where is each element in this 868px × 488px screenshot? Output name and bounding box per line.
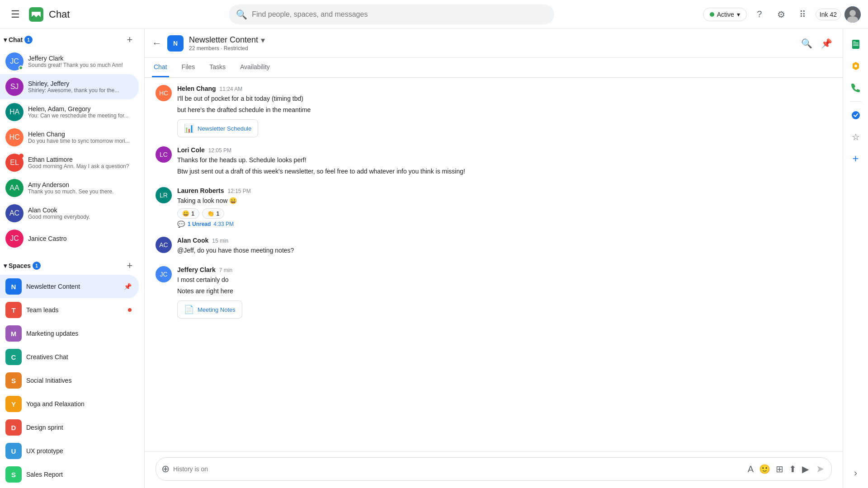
- space-item[interactable]: T Team leads: [0, 298, 139, 322]
- thread-reply[interactable]: 💬 1 Unread 4:33 PM: [177, 221, 832, 228]
- user-account-button[interactable]: Ink 42: [816, 9, 841, 20]
- search-bar[interactable]: 🔍: [229, 5, 554, 24]
- add-file-icon[interactable]: ⊞: [774, 462, 785, 476]
- upload-icon[interactable]: ⬆: [787, 462, 798, 476]
- back-button[interactable]: ←: [152, 38, 162, 49]
- chat-item[interactable]: HA Helen, Adam, Gregory You: Can we resc…: [0, 99, 139, 125]
- chat-name: Jeffery Clark: [28, 55, 132, 62]
- docs-icon: 📄: [184, 305, 194, 314]
- chat-item[interactable]: EL Ethan Lattimore Good morning Ann. May…: [0, 150, 139, 175]
- space-item[interactable]: U UX prototype: [0, 439, 139, 463]
- google-tasks-icon[interactable]: [847, 106, 865, 124]
- format-text-icon[interactable]: A: [746, 462, 755, 476]
- message-text: Btw just sent out a draft of this week's…: [177, 167, 832, 176]
- svg-rect-10: [853, 45, 859, 46]
- sidebar: ▾ Chat 1 + JC Jeffery Clark Sounds great…: [0, 29, 145, 488]
- unread-indicator: [19, 154, 24, 158]
- chat-avatar: JC: [5, 230, 24, 248]
- tab-availability[interactable]: Availability: [238, 58, 272, 77]
- message-content: Alan Cook 15 min @Jeff, do you have thos…: [177, 237, 832, 257]
- google-phone-icon[interactable]: [847, 79, 865, 97]
- message-sender: Helen Chang: [177, 85, 216, 92]
- space-item[interactable]: S Sales Report: [0, 463, 139, 486]
- search-messages-icon[interactable]: 🔍: [797, 34, 816, 52]
- reaction-button[interactable]: 😀1: [177, 208, 199, 219]
- tab-files[interactable]: Files: [180, 58, 197, 77]
- chat-item[interactable]: JC Jeffery Clark Sounds great! Thank you…: [0, 49, 139, 74]
- google-chat-logo: [28, 6, 44, 23]
- chat-section-header[interactable]: ▾ Chat 1 +: [0, 29, 144, 49]
- menu-icon[interactable]: ☰: [7, 5, 24, 24]
- space-item[interactable]: C Creatives Chat: [0, 345, 139, 369]
- chat-item[interactable]: AC Alan Cook Good morning everybody.: [0, 201, 139, 226]
- tab-tasks[interactable]: Tasks: [208, 58, 227, 77]
- space-item[interactable]: N Newsletter Content 📌: [0, 275, 139, 298]
- main-layout: ▾ Chat 1 + JC Jeffery Clark Sounds great…: [0, 29, 868, 488]
- message-time: 15 min: [212, 238, 228, 244]
- message-text: but here's the drafted schedule in the m…: [177, 105, 832, 115]
- space-name: Newsletter Content: [26, 283, 119, 290]
- chat-avatar: SJ: [5, 78, 24, 96]
- chat-name: Alan Cook: [28, 206, 132, 214]
- chat-preview: Thank you so much. See you there.: [28, 188, 132, 195]
- chat-preview: You: Can we reschedule the meeting for..…: [28, 113, 132, 119]
- unpin-icon[interactable]: 📌: [817, 34, 835, 52]
- message-avatar: LC: [156, 146, 172, 163]
- reaction-emoji: 👏: [207, 210, 214, 217]
- message-input[interactable]: [173, 465, 742, 473]
- space-icon: U: [5, 443, 22, 459]
- icon-separator: [850, 101, 861, 102]
- help-icon[interactable]: ?: [750, 5, 769, 23]
- expand-icon[interactable]: ›: [847, 464, 865, 482]
- settings-icon[interactable]: ⚙: [772, 5, 790, 23]
- spaces-section-header[interactable]: ▾ Spaces 1 +: [0, 255, 144, 275]
- pin-icon: 📌: [124, 283, 132, 290]
- user-name-label: Ink 42: [820, 11, 837, 18]
- message-add-button[interactable]: ⊕: [161, 463, 170, 475]
- right-panel: ← N Newsletter Content ▾ 22 members · Re…: [145, 29, 843, 488]
- message-sender: Alan Cook: [177, 237, 208, 244]
- status-button[interactable]: Active ▾: [703, 8, 747, 21]
- chat-title[interactable]: Newsletter Content ▾: [189, 35, 792, 45]
- add-app-button[interactable]: +: [847, 150, 865, 168]
- chat-avatar: EL: [5, 154, 24, 172]
- chat-unread-badge: 1: [24, 36, 33, 44]
- message-avatar: LR: [156, 187, 172, 203]
- search-input[interactable]: [252, 10, 547, 19]
- message-text: I most certainly do: [177, 275, 832, 285]
- message-sender: Lori Cole: [177, 146, 205, 154]
- file-attachment[interactable]: 📊 Newsletter Schedule: [177, 119, 258, 137]
- add-chat-button[interactable]: +: [123, 33, 137, 47]
- video-icon[interactable]: ▶: [800, 462, 811, 476]
- space-name: Creatives Chat: [26, 353, 132, 361]
- emoji-icon[interactable]: 🙂: [757, 462, 772, 476]
- chat-item[interactable]: JC Janice Castro: [0, 226, 139, 251]
- space-item[interactable]: M Marketing updates: [0, 322, 139, 345]
- messages-area[interactable]: HC Helen Chang 11:24 AM I'll be out of p…: [145, 78, 843, 451]
- chat-info: Helen Chang Do you have time to sync tom…: [28, 131, 132, 144]
- topbar: ☰ Chat 🔍 Active ▾ ? ⚙ ⠿ Ink 42: [0, 0, 868, 29]
- reaction-button[interactable]: 👏1: [202, 208, 224, 219]
- add-space-button[interactable]: +: [123, 258, 137, 273]
- apps-icon[interactable]: ⠿: [794, 5, 812, 23]
- thread-unread-label: 1 Unread: [188, 221, 211, 227]
- tab-chat[interactable]: Chat: [152, 58, 169, 77]
- space-icon: M: [5, 325, 22, 342]
- spaces-section-label: Spaces: [9, 262, 31, 269]
- chat-item[interactable]: HC Helen Chang Do you have time to sync …: [0, 125, 139, 150]
- chat-item[interactable]: AA Amy Anderson Thank you so much. See y…: [0, 175, 139, 201]
- reaction-emoji: 😀: [182, 210, 189, 217]
- user-avatar[interactable]: [844, 6, 861, 23]
- google-keep-icon[interactable]: [847, 57, 865, 75]
- space-item[interactable]: Y Yoga and Relaxation: [0, 392, 139, 416]
- favorite-icon[interactable]: ☆: [847, 128, 865, 146]
- send-button[interactable]: ➤: [814, 461, 826, 477]
- space-item[interactable]: S Social Initiatives: [0, 369, 139, 392]
- chat-item[interactable]: SJ Shirley, Jeffery Shirley: Awesome, th…: [0, 74, 139, 99]
- svg-point-13: [852, 111, 860, 119]
- chat-name: Helen, Adam, Gregory: [28, 105, 132, 113]
- space-item[interactable]: D Design sprint: [0, 416, 139, 439]
- google-sheets-icon[interactable]: [847, 35, 865, 53]
- file-attachment[interactable]: 📄 Meeting Notes: [177, 300, 242, 319]
- svg-rect-9: [853, 44, 859, 45]
